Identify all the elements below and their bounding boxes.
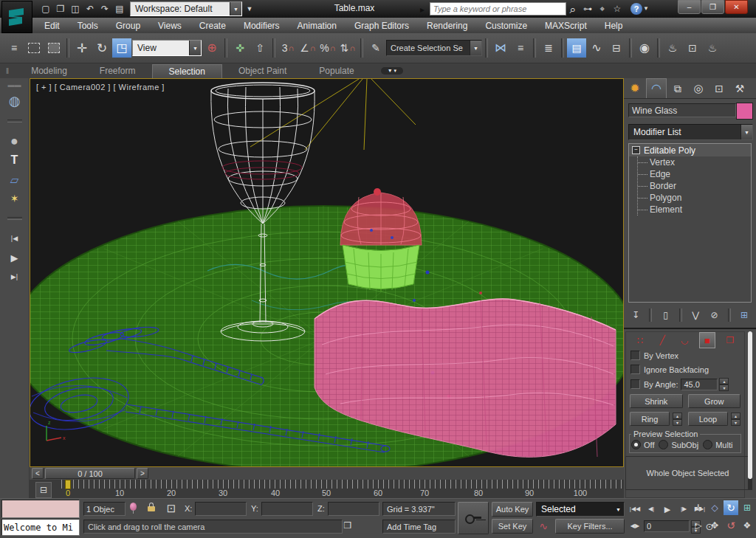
workspace-arrow-icon[interactable]: ▼ (230, 2, 241, 15)
track-ruler[interactable] (59, 480, 624, 489)
open-file-icon[interactable]: ❐ (53, 1, 68, 16)
preview-subobj-radio[interactable]: SubObj (659, 440, 698, 449)
selection-set-arrow-icon[interactable]: ▼ (470, 41, 481, 55)
search-icon[interactable]: ⌕ (566, 1, 580, 16)
toolbar-grip[interactable]: ▬▬ (8, 81, 21, 89)
workspace-dropdown[interactable]: Workspace: Default ▼ (130, 1, 242, 16)
ring-button[interactable]: Ring (630, 412, 670, 426)
subobject-polygon-icon[interactable]: ■ (699, 332, 715, 348)
communication-center-icon[interactable]: ⌖ (595, 1, 610, 16)
loop-button[interactable]: Loop (688, 412, 728, 426)
z-coordinate-field[interactable] (328, 502, 379, 516)
menu-views[interactable]: Views (149, 18, 190, 33)
stack-item-polygon[interactable]: Polygon (638, 192, 751, 204)
massfx-world-icon[interactable]: ◍ (5, 92, 24, 111)
rendered-frame-window-icon[interactable]: ⊡ (683, 38, 702, 58)
pin-stack-icon[interactable]: ↧ (628, 308, 643, 323)
preview-multi-radio[interactable]: Multi (703, 440, 732, 449)
auto-key-button[interactable]: Auto Key (492, 502, 533, 517)
material-editor-icon[interactable]: ◉ (635, 38, 654, 58)
truck-camera-icon[interactable]: ✥ (707, 518, 722, 533)
default-in-out-tangent-icon[interactable]: ∿ (536, 519, 551, 534)
named-selection-set-dropdown[interactable]: Create Selection Se ▼ (386, 40, 482, 56)
key-mode-dropdown[interactable]: Selected ▼ (536, 502, 625, 517)
help-search-input[interactable] (430, 2, 566, 15)
tab-modify-icon[interactable]: ◠ (646, 78, 667, 98)
modifier-list-dropdown[interactable]: Modifier List ▼ (628, 124, 753, 140)
time-slider-handle[interactable]: 0 / 100 (45, 468, 135, 479)
angle-snap-icon[interactable]: ∠∩ (298, 38, 317, 58)
by-vertex-row[interactable]: By Vertex (626, 348, 744, 362)
modifier-list-arrow-icon[interactable]: ▼ (740, 125, 752, 139)
rigid-body-icon[interactable]: ● (5, 131, 24, 151)
layer-manager-icon[interactable]: ≣ (539, 38, 558, 58)
render-setup-icon[interactable]: ♨ (663, 38, 682, 58)
stack-item-vertex[interactable]: Vertex (638, 156, 751, 168)
select-and-manipulate-icon[interactable]: ✜ (230, 38, 250, 58)
panel-scrollbar[interactable] (748, 331, 752, 490)
ignore-backfacing-row[interactable]: Ignore Backfacing (626, 362, 744, 376)
save-file-icon[interactable]: ◫ (68, 1, 83, 16)
stack-item-element[interactable]: Element (638, 204, 751, 215)
ribbon-tab-object-paint[interactable]: Object Paint (222, 64, 303, 77)
render-production-icon[interactable]: ♨ (703, 38, 722, 58)
grow-button[interactable]: Grow (688, 394, 741, 408)
sign-in-key-icon[interactable]: ⊶ (580, 1, 595, 16)
select-and-move-icon[interactable]: ✛ (72, 38, 92, 58)
project-folder-icon[interactable]: ▤ (112, 1, 127, 16)
menu-modifiers[interactable]: Modifiers (235, 18, 289, 33)
roll-camera-icon[interactable]: ↻ (724, 500, 738, 515)
tab-display-icon[interactable]: ⊡ (709, 79, 729, 98)
subobject-vertex-icon[interactable]: ∷ (633, 333, 647, 348)
ignore-backfacing-checkbox[interactable] (630, 365, 640, 374)
communicator-cube-icon[interactable]: ❒ (340, 518, 355, 533)
menu-maxscript[interactable]: MAXScript (536, 18, 596, 33)
key-mode-toggle-icon[interactable]: ◀▶ (628, 519, 642, 534)
angle-spinner[interactable]: ▴▾ (719, 378, 729, 391)
keyboard-shortcut-override-icon[interactable]: ⇧ (250, 38, 269, 58)
ribbon-tab-populate[interactable]: Populate (303, 64, 370, 77)
viewport-label[interactable]: [ + ] [ Camera002 ] [ Wireframe ] (36, 83, 165, 92)
loop-spinner[interactable]: ▴▾ (731, 413, 740, 426)
select-by-name-icon[interactable]: ≡ (4, 38, 24, 58)
new-scene-icon[interactable]: ▢ (38, 1, 53, 16)
ref-coord-arrow-icon[interactable]: ▼ (189, 41, 201, 55)
select-and-rotate-icon[interactable]: ↻ (92, 38, 111, 58)
minimize-button[interactable]: – (678, 0, 701, 14)
redo-icon[interactable]: ↷ (97, 1, 112, 16)
ribbon-tab-freeform[interactable]: Freeform (83, 64, 152, 77)
tab-utilities-icon[interactable]: ⚒ (730, 79, 749, 98)
time-slider-next-button[interactable]: > (137, 468, 148, 479)
object-name-field[interactable] (628, 103, 736, 117)
zoom-extents-all-icon[interactable]: ⊞ (740, 500, 755, 515)
menu-animation[interactable]: Animation (289, 18, 346, 33)
menu-edit[interactable]: Edit (35, 18, 69, 33)
key-filters-button[interactable]: Key Filters... (555, 519, 625, 534)
percent-snap-icon[interactable]: %∩ (318, 38, 337, 58)
mirror-icon[interactable]: ⋈ (491, 38, 510, 58)
snaps-toggle-icon[interactable]: 3∩ (278, 38, 298, 58)
menu-group[interactable]: Group (107, 18, 149, 33)
use-pivot-point-icon[interactable]: ⊕ (202, 38, 221, 58)
next-frame-icon[interactable]: |▶ (676, 502, 691, 517)
selection-lock-icon[interactable] (148, 504, 155, 513)
rectangular-selection-region-icon[interactable] (24, 38, 44, 58)
isolate-selection-icon[interactable] (130, 503, 137, 512)
configure-modifier-sets-icon[interactable]: ⊞ (737, 308, 752, 323)
close-button[interactable]: ✕ (725, 0, 748, 14)
previous-frame-icon[interactable]: ◀| (644, 502, 659, 517)
macro-recorder-pane[interactable] (1, 500, 80, 518)
subobject-border-icon[interactable]: ◡ (677, 333, 692, 348)
show-end-result-icon[interactable]: ▯ (659, 308, 673, 323)
maximize-viewport-toggle-icon[interactable]: ❖ (740, 518, 755, 533)
mini-curve-editor-icon[interactable]: ⊟ (35, 482, 52, 498)
menu-rendering[interactable]: Rendering (418, 18, 476, 33)
current-frame-field[interactable] (644, 520, 690, 532)
play-animation-icon[interactable]: ▶ (660, 502, 675, 517)
make-unique-icon[interactable]: ⋁ (688, 308, 703, 323)
mcloth-icon[interactable]: T (5, 151, 24, 170)
curve-editor-icon[interactable]: ∿ (587, 38, 606, 58)
track-bar[interactable]: ⊟ 0 10 20 30 40 50 60 70 80 90 100 (30, 480, 624, 498)
select-and-scale-icon[interactable]: ◳ (112, 38, 131, 58)
stack-item-edge[interactable]: Edge (638, 168, 751, 180)
